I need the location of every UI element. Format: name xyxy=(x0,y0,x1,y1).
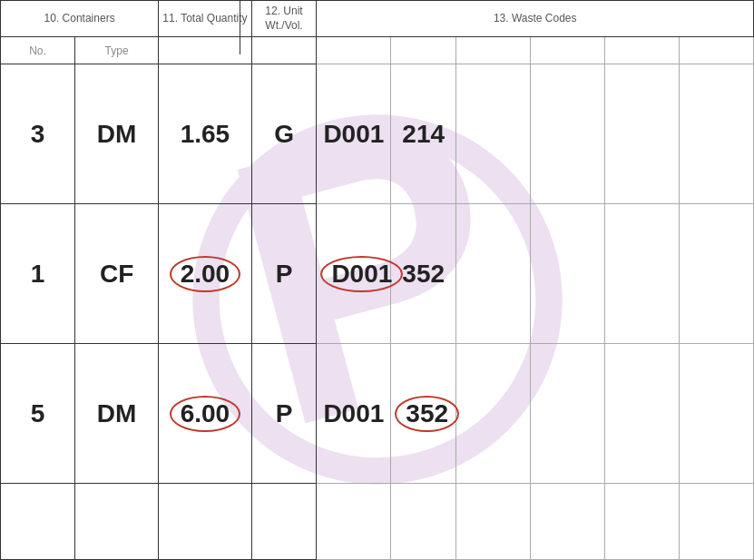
table-cell: 214 xyxy=(391,64,456,204)
table-cell xyxy=(1,484,75,560)
table-cell xyxy=(159,484,251,560)
table-cell: 1.65 xyxy=(159,64,251,204)
table-cell xyxy=(605,64,680,204)
table-cell: P xyxy=(251,344,317,484)
table-cell xyxy=(679,64,753,204)
table-cell: CF xyxy=(74,204,158,344)
table-cell xyxy=(456,204,531,344)
table-cell: DM xyxy=(74,64,158,204)
table-cell: 352 xyxy=(391,344,456,484)
table-cell xyxy=(605,344,680,484)
table-cell xyxy=(531,484,605,560)
table-cell xyxy=(531,204,605,344)
table-cell xyxy=(456,484,531,560)
table-cell xyxy=(456,64,531,204)
table-cell xyxy=(391,484,456,560)
table-cell xyxy=(317,484,391,560)
table-container: 10. Containers 11. Total Quantity 12. Un… xyxy=(0,0,754,560)
wc-sub4 xyxy=(531,37,605,64)
circled-value: 352 xyxy=(395,396,459,432)
table-cell: D001 xyxy=(317,64,391,204)
table-cell: DM xyxy=(74,344,158,484)
wc-sub6 xyxy=(679,37,753,64)
table-cell xyxy=(456,344,531,484)
circled-value: 6.00 xyxy=(170,396,241,432)
table-cell: 2.00 xyxy=(159,204,251,344)
no-subheader: No. xyxy=(1,37,75,64)
wc-sub3 xyxy=(456,37,531,64)
table-cell: 6.00 xyxy=(159,344,251,484)
table-cell xyxy=(531,344,605,484)
table-cell: D001 xyxy=(317,344,391,484)
qty-subheader-empty xyxy=(159,37,251,64)
waste-codes-header: 13. Waste Codes xyxy=(317,1,754,37)
wc-sub1 xyxy=(317,37,391,64)
main-table: 10. Containers 11. Total Quantity 12. Un… xyxy=(0,0,754,560)
table-cell: 3 xyxy=(1,64,75,204)
wc-sub5 xyxy=(605,37,680,64)
circled-value: 2.00 xyxy=(170,256,241,292)
containers-header: 10. Containers xyxy=(1,1,159,37)
type-subheader: Type xyxy=(74,37,158,64)
table-cell: 1 xyxy=(1,204,75,344)
circled-value: D001 xyxy=(320,256,403,292)
table-cell xyxy=(605,484,680,560)
table-cell xyxy=(531,64,605,204)
wc-sub2 xyxy=(391,37,456,64)
table-cell xyxy=(679,204,753,344)
unit-header: 12. Unit Wt./Vol. xyxy=(251,1,317,37)
table-cell: 5 xyxy=(1,344,75,484)
table-cell xyxy=(74,484,158,560)
table-row: 5DM6.00PD001352 xyxy=(1,344,754,484)
table-row xyxy=(1,484,754,560)
table-row: 1CF2.00PD001352 xyxy=(1,204,754,344)
table-cell xyxy=(605,204,680,344)
table-cell xyxy=(679,484,753,560)
table-row: 3DM1.65GD001214 xyxy=(1,64,754,204)
table-cell xyxy=(251,484,317,560)
top-vertical-line xyxy=(240,0,240,54)
unit-subheader-empty xyxy=(251,37,317,64)
header-row-sub: No. Type xyxy=(1,37,754,64)
page-wrapper: P 10. Containers 11. Total Quantity xyxy=(0,0,754,560)
table-cell: G xyxy=(251,64,317,204)
total-quantity-header: 11. Total Quantity xyxy=(159,1,251,37)
header-row-main: 10. Containers 11. Total Quantity 12. Un… xyxy=(1,1,754,37)
table-cell xyxy=(679,344,753,484)
table-cell: D001 xyxy=(317,204,391,344)
table-cell: P xyxy=(251,204,317,344)
